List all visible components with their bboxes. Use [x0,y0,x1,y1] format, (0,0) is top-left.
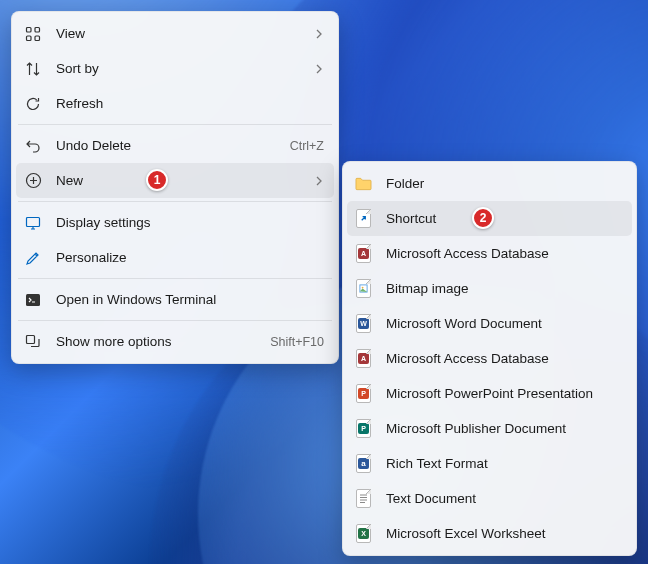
annotation-badge-2: 2 [472,207,494,229]
submenu-label: Microsoft Publisher Document [386,421,622,436]
submenu-label: Microsoft Excel Worksheet [386,526,622,541]
personalize-icon [24,249,42,267]
undo-icon [24,137,42,155]
submenu-label: Microsoft Access Database [386,246,622,261]
bitmap-file-icon [355,279,372,299]
plus-circle-icon [24,172,42,190]
svg-rect-0 [27,27,32,32]
desktop-context-menu: View Sort by Refresh Undo Dele [11,11,339,364]
view-icon [24,25,42,43]
excel-file-icon: X [355,524,372,544]
menu-item-view[interactable]: View [16,16,334,51]
svg-rect-2 [27,36,32,41]
submenu-item-powerpoint[interactable]: P Microsoft PowerPoint Presentation [347,376,632,411]
menu-label: New [56,173,304,188]
chevron-right-icon [314,64,324,74]
submenu-item-excel[interactable]: X Microsoft Excel Worksheet [347,516,632,551]
annotation-badge-1: 1 [146,169,168,191]
svg-rect-7 [27,335,35,343]
menu-separator [18,278,332,279]
access-file-icon: A [355,349,372,369]
menu-label: Sort by [56,61,304,76]
menu-label: Display settings [56,215,324,230]
submenu-label: Microsoft Access Database [386,351,622,366]
menu-label: Personalize [56,250,324,265]
submenu-label: Rich Text Format [386,456,622,471]
svg-rect-6 [26,294,40,306]
display-icon [24,214,42,232]
rtf-file-icon: a [355,454,372,474]
submenu-label: Shortcut [386,211,622,226]
submenu-item-text-doc[interactable]: Text Document [347,481,632,516]
menu-label: Show more options [56,334,260,349]
menu-label: Open in Windows Terminal [56,292,324,307]
submenu-item-word-doc[interactable]: W Microsoft Word Document [347,306,632,341]
submenu-label: Folder [386,176,622,191]
terminal-icon [24,291,42,309]
menu-item-display-settings[interactable]: Display settings [16,205,334,240]
menu-shortcut: Shift+F10 [270,335,324,349]
submenu-item-access-db-2[interactable]: A Microsoft Access Database [347,341,632,376]
menu-separator [18,201,332,202]
submenu-item-shortcut[interactable]: Shortcut 2 [347,201,632,236]
text-file-icon [355,489,372,509]
chevron-right-icon [314,29,324,39]
menu-item-new[interactable]: New 1 [16,163,334,198]
menu-label: View [56,26,304,41]
submenu-item-bitmap[interactable]: Bitmap image [347,271,632,306]
submenu-label: Text Document [386,491,622,506]
menu-item-refresh[interactable]: Refresh [16,86,334,121]
menu-label: Undo Delete [56,138,280,153]
menu-item-show-more-options[interactable]: Show more options Shift+F10 [16,324,334,359]
menu-item-open-terminal[interactable]: Open in Windows Terminal [16,282,334,317]
submenu-label: Bitmap image [386,281,622,296]
menu-shortcut: Ctrl+Z [290,139,324,153]
svg-rect-1 [35,27,40,32]
refresh-icon [24,95,42,113]
folder-icon [355,174,372,194]
menu-item-sort-by[interactable]: Sort by [16,51,334,86]
menu-item-personalize[interactable]: Personalize [16,240,334,275]
menu-label: Refresh [56,96,324,111]
menu-separator [18,124,332,125]
submenu-item-folder[interactable]: Folder [347,166,632,201]
menu-item-undo-delete[interactable]: Undo Delete Ctrl+Z [16,128,334,163]
word-file-icon: W [355,314,372,334]
submenu-item-access-db[interactable]: A Microsoft Access Database [347,236,632,271]
powerpoint-file-icon: P [355,384,372,404]
shortcut-icon [355,209,372,229]
svg-rect-3 [35,36,40,41]
submenu-item-publisher[interactable]: P Microsoft Publisher Document [347,411,632,446]
new-submenu: Folder Shortcut 2 A Microsoft Access Dat… [342,161,637,556]
svg-rect-5 [27,217,40,226]
submenu-label: Microsoft PowerPoint Presentation [386,386,622,401]
sort-icon [24,60,42,78]
svg-point-9 [362,287,364,289]
submenu-label: Microsoft Word Document [386,316,622,331]
publisher-file-icon: P [355,419,372,439]
menu-separator [18,320,332,321]
more-options-icon [24,333,42,351]
access-file-icon: A [355,244,372,264]
submenu-item-rtf[interactable]: a Rich Text Format [347,446,632,481]
chevron-right-icon [314,176,324,186]
